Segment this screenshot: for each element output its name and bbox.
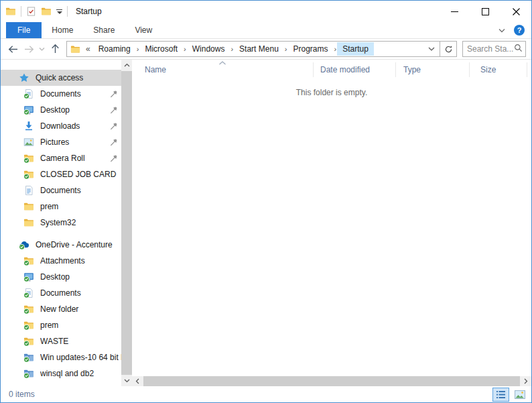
expand-ribbon-chevron-icon[interactable] — [498, 27, 506, 34]
sidebar-item-documents[interactable]: Documents — [1, 182, 121, 198]
sidebar-item-onedrive-accenture[interactable]: OneDrive - Accenture — [1, 237, 121, 253]
empty-folder-message: This folder is empty. — [132, 88, 531, 97]
address-bar[interactable]: «Roaming›Microsoft›Windows›Start Menu›Pr… — [66, 41, 440, 57]
folder-sync-icon — [23, 336, 34, 347]
address-folder-icon — [70, 44, 80, 54]
scroll-down-arrow-icon[interactable] — [121, 376, 132, 386]
window-controls — [439, 1, 531, 22]
sidebar-item-pictures[interactable]: Pictures — [1, 134, 121, 150]
forward-button[interactable] — [21, 41, 37, 57]
sidebar-item-desktop[interactable]: Desktop — [1, 269, 121, 285]
thumbnail-view-button[interactable] — [511, 388, 528, 402]
sidebar-item-label: WASTE — [40, 337, 121, 346]
column-label: Type — [403, 65, 421, 74]
sidebar-item-quick-access[interactable]: Quick access — [1, 70, 121, 86]
sidebar-item-winsql-and-db2[interactable]: winsql and db2 — [1, 365, 121, 382]
recent-locations-chevron-icon[interactable] — [37, 41, 46, 57]
help-icon: ? — [514, 25, 525, 36]
thumbnail-view-icon — [515, 390, 525, 399]
document-sync-icon — [23, 288, 34, 298]
desktop-sync-icon — [23, 272, 34, 282]
back-button[interactable] — [5, 41, 21, 57]
details-view-button[interactable] — [492, 388, 509, 402]
tab-home[interactable]: Home — [42, 22, 83, 38]
scrollbar-thumb[interactable] — [121, 71, 132, 375]
scroll-up-arrow-icon[interactable] — [121, 60, 132, 70]
up-button[interactable] — [46, 41, 64, 57]
column-header-date-modified[interactable]: Date modified — [314, 62, 396, 77]
sidebar-item-waste[interactable]: WASTE — [1, 333, 121, 349]
column-header-type[interactable]: Type — [396, 62, 470, 77]
breadcrumb-segment-windows[interactable]: Windows — [187, 42, 230, 56]
tab-view[interactable]: View — [125, 22, 162, 38]
details-view-icon — [496, 390, 506, 399]
desktop-sync-icon — [23, 105, 34, 115]
breadcrumb-segment-roaming[interactable]: Roaming — [93, 42, 136, 56]
column-header-name[interactable]: Name — [132, 62, 314, 77]
sidebar-item-attachments[interactable]: Attachments — [1, 253, 121, 269]
sidebar-item-documents[interactable]: Documents — [1, 285, 121, 301]
scrollbar-thumb[interactable] — [143, 376, 520, 386]
address-dropdown-chevron-icon[interactable] — [425, 46, 438, 52]
breadcrumb: «Roaming›Microsoft›Windows›Start Menu›Pr… — [82, 42, 425, 56]
minimize-button[interactable] — [439, 1, 470, 22]
breadcrumb-segment-microsoft[interactable]: Microsoft — [139, 42, 183, 56]
breadcrumb-overflow-icon[interactable]: « — [82, 44, 93, 54]
sidebar-item-desktop[interactable]: Desktop — [1, 102, 121, 118]
scroll-right-arrow-icon[interactable] — [521, 376, 531, 386]
breadcrumb-segment-programs[interactable]: Programs — [287, 42, 333, 56]
help-button[interactable]: ? — [514, 25, 525, 36]
pin-icon — [109, 89, 119, 99]
close-button[interactable] — [501, 1, 531, 22]
pin-icon — [109, 121, 119, 131]
refresh-button[interactable] — [440, 41, 457, 57]
download-icon — [23, 121, 34, 131]
quick-access-toolbar: Startup — [1, 6, 102, 17]
folder-sync-icon — [23, 304, 34, 314]
star-icon — [19, 72, 29, 83]
document-sync-icon — [23, 89, 34, 99]
explorer-window: Startup File HomeShareView ? — [0, 0, 532, 403]
sidebar-scrollbar[interactable] — [121, 60, 132, 386]
search-icon — [514, 44, 523, 54]
sidebar-item-camera-roll[interactable]: Camera Roll — [1, 150, 121, 166]
sidebar-item-system32[interactable]: System32 — [1, 215, 121, 231]
sidebar-item-label: prem — [40, 321, 121, 330]
sidebar-item-label: Quick access — [36, 73, 121, 82]
file-list-pane: NameDate modifiedTypeSize This folder is… — [132, 60, 531, 386]
scroll-left-arrow-icon[interactable] — [132, 376, 143, 386]
column-header-size[interactable]: Size — [470, 62, 527, 77]
zip-sync-icon — [23, 352, 34, 363]
sidebar-item-prem[interactable]: prem — [1, 317, 121, 333]
sidebar-item-label: System32 — [40, 218, 121, 227]
folder-sync-icon — [23, 169, 34, 180]
breadcrumb-segment-startup[interactable]: Startup — [337, 42, 374, 56]
sidebar-item-label: Pictures — [40, 137, 109, 147]
new-folder-icon[interactable] — [41, 6, 52, 17]
tab-share[interactable]: Share — [83, 22, 125, 38]
search-input[interactable] — [467, 44, 514, 54]
folder-sync-icon — [23, 255, 34, 266]
customize-toolbar-dropdown-icon[interactable] — [56, 9, 62, 14]
properties-icon[interactable] — [26, 6, 36, 17]
sidebar-item-closed-job-card[interactable]: CLOSED JOB CARD — [1, 166, 121, 182]
tab-file[interactable]: File — [6, 22, 42, 38]
horizontal-scrollbar[interactable] — [132, 376, 531, 386]
statusbar: 0 items — [1, 386, 531, 402]
sidebar-item-label: Documents — [40, 288, 121, 298]
folder-icon — [23, 217, 34, 228]
sidebar-item-new-folder[interactable]: New folder — [1, 301, 121, 317]
sidebar-item-win-updates-10-64-bit-n[interactable]: Win updates-10 64 bit N — [1, 349, 121, 365]
ribbon-tab-strip: File HomeShareView ? — [1, 22, 531, 39]
explorer-window-icon — [5, 6, 16, 17]
sidebar-item-label: Camera Roll — [40, 154, 109, 163]
sidebar-item-downloads[interactable]: Downloads — [1, 118, 121, 134]
sidebar-item-prem[interactable]: prem — [1, 198, 121, 215]
breadcrumb-segment-start-menu[interactable]: Start Menu — [234, 42, 284, 56]
sidebar-item-label: Documents — [40, 186, 121, 195]
sidebar-item-label: New folder — [40, 304, 121, 314]
sidebar-item-documents[interactable]: Documents — [1, 86, 121, 102]
folder-icon — [23, 201, 34, 212]
sidebar-item-label: OneDrive - Accenture — [36, 240, 121, 249]
maximize-button[interactable] — [470, 1, 501, 22]
